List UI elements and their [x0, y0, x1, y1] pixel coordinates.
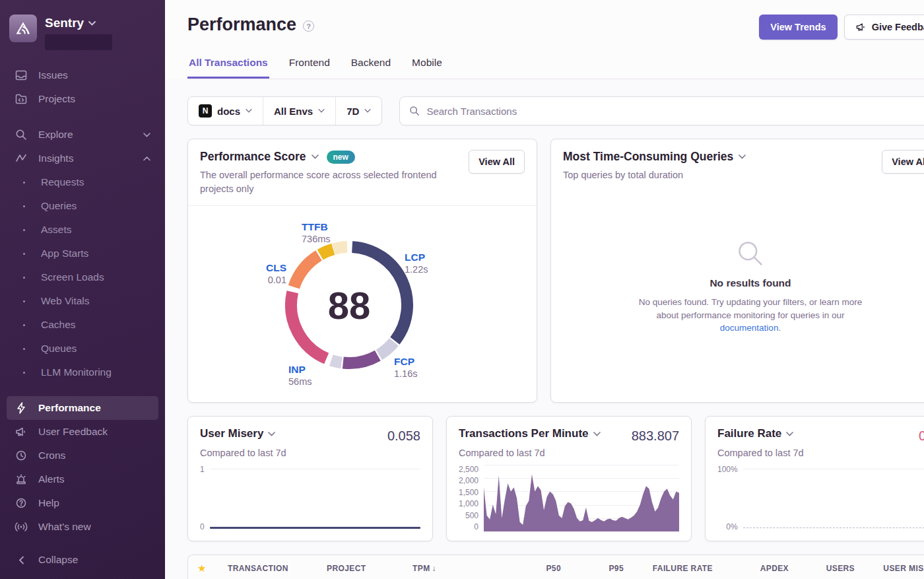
- project-selector[interactable]: N docs: [188, 97, 263, 125]
- tpm-chart: 2,5002,0001,5001,0005000: [459, 465, 679, 531]
- bullet-icon: [17, 372, 30, 374]
- column-apdex[interactable]: APDEX: [713, 564, 789, 573]
- tab-all-transactions[interactable]: All Transactions: [187, 57, 269, 79]
- give-feedback-label: Give Feedback: [872, 22, 924, 32]
- date-range-label: 7D: [346, 106, 359, 117]
- sidebar-item-label: Collapse: [38, 554, 78, 566]
- empty-state: No results found No queries found. Try u…: [551, 191, 924, 402]
- sidebar-item-whats-new[interactable]: What's new: [7, 515, 158, 539]
- column-tpm-sorted[interactable]: TPM↓: [412, 564, 485, 573]
- failure-rate-title-dropdown[interactable]: Failure Rate: [717, 427, 793, 440]
- sidebar-item-projects[interactable]: Projects: [7, 87, 158, 111]
- environment-selector[interactable]: All Envs: [263, 97, 335, 125]
- siren-icon: [15, 473, 28, 485]
- documentation-link[interactable]: documentation: [720, 323, 779, 333]
- sidebar-item-issues[interactable]: Issues: [7, 63, 158, 87]
- tab-backend[interactable]: Backend: [350, 57, 392, 79]
- sidebar-item-insights[interactable]: Insights: [7, 147, 158, 170]
- sidebar-item-web-vitals[interactable]: Web Vitals: [7, 289, 158, 313]
- sidebar-item-screen-loads[interactable]: Screen Loads: [7, 265, 158, 289]
- page-filter-bar: N docs All Envs 7D: [187, 96, 382, 125]
- megaphone-icon: [855, 22, 867, 32]
- megaphone-icon: [15, 426, 28, 438]
- queries-title-dropdown[interactable]: Most Time-Consuming Queries: [563, 150, 746, 164]
- star-column-icon[interactable]: ★: [197, 562, 228, 574]
- tab-mobile[interactable]: Mobile: [411, 57, 444, 79]
- sidebar-item-label: Alerts: [38, 473, 65, 485]
- sidebar-nav: Issues Projects Explore Insights Request…: [0, 57, 165, 572]
- bullet-icon: [17, 229, 30, 231]
- sidebar-item-label: Projects: [38, 93, 75, 105]
- view-trends-button[interactable]: View Trends: [759, 15, 837, 40]
- column-p95[interactable]: P95: [561, 564, 624, 573]
- bullet-icon: [17, 300, 30, 302]
- lightning-icon: [15, 402, 28, 414]
- user-misery-title-dropdown[interactable]: User Misery: [200, 427, 275, 440]
- vital-label-inp: INP 56ms: [288, 363, 312, 388]
- sidebar-item-crons[interactable]: Crons: [7, 444, 158, 467]
- sidebar-item-queues[interactable]: Queues: [7, 337, 158, 360]
- org-subtitle-redacted: [45, 34, 112, 50]
- card-description: Top queries by total duration: [563, 168, 746, 182]
- empty-state-body: No queries found. Try updating your filt…: [632, 296, 869, 335]
- sidebar-item-user-feedback[interactable]: User Feedback: [7, 420, 158, 444]
- chevron-left-icon: [15, 556, 28, 564]
- new-badge: new: [327, 151, 355, 164]
- performance-score-card: Performance Score new The overall perfor…: [187, 139, 537, 403]
- sidebar-item-label: Web Vitals: [41, 295, 90, 307]
- search-transactions-box: [399, 96, 924, 125]
- date-range-selector[interactable]: 7D: [335, 97, 381, 125]
- sidebar-collapse-button[interactable]: Collapse: [7, 548, 158, 572]
- column-users[interactable]: USERS: [789, 564, 855, 573]
- column-user-misery[interactable]: USER MISERY: [855, 564, 924, 573]
- performance-score-title-dropdown[interactable]: Performance Score new: [200, 150, 438, 164]
- column-failure-rate[interactable]: FAILURE RATE: [624, 564, 713, 573]
- sidebar-item-alerts[interactable]: Alerts: [7, 467, 158, 491]
- performance-score-value: 88: [279, 235, 419, 375]
- sidebar-item-assets[interactable]: Assets: [7, 218, 158, 242]
- performance-score-ring-chart: 88 TTFB 736ms LCP 1.22s CLS 0.01 INP: [188, 205, 537, 402]
- sidebar-item-help[interactable]: Help: [7, 491, 158, 515]
- projects-icon: [15, 93, 28, 105]
- sidebar-item-performance[interactable]: Performance: [7, 396, 158, 420]
- tpm-title-dropdown[interactable]: Transactions Per Minute: [459, 427, 601, 440]
- bullet-icon: [17, 324, 30, 326]
- sidebar-item-queries[interactable]: Queries: [7, 194, 158, 218]
- bullet-icon: [17, 348, 30, 350]
- sidebar-item-label: Screen Loads: [41, 271, 104, 283]
- transactions-per-minute-card: Transactions Per Minute 883.807 Compared…: [446, 416, 692, 541]
- column-p50[interactable]: P50: [485, 564, 561, 573]
- view-all-button[interactable]: View All: [882, 150, 924, 174]
- comparison-label: Compared to last 7d: [459, 448, 679, 458]
- failure-rate-value: 0%: [919, 427, 924, 444]
- sidebar-item-label: Explore: [38, 129, 73, 141]
- column-project[interactable]: PROJECT: [327, 564, 412, 573]
- give-feedback-button[interactable]: Give Feedback: [844, 15, 924, 40]
- sidebar-item-llm-monitoring[interactable]: LLM Monitoring: [7, 360, 158, 384]
- bullet-icon: [17, 182, 30, 184]
- column-transaction[interactable]: TRANSACTION: [228, 564, 327, 573]
- chevron-down-icon: [786, 432, 793, 436]
- tab-frontend[interactable]: Frontend: [288, 57, 331, 79]
- search-transactions-input[interactable]: [426, 106, 924, 117]
- sidebar-item-label: Performance: [38, 402, 101, 414]
- view-all-button[interactable]: View All: [469, 150, 525, 174]
- comparison-label: Compared to last 7d: [717, 448, 924, 458]
- vital-label-cls: CLS 0.01: [250, 261, 286, 287]
- empty-state-title: No results found: [710, 277, 791, 289]
- vital-label-ttfb: TTFB 736ms: [302, 221, 331, 246]
- sidebar-item-label: App Starts: [41, 248, 88, 259]
- chevron-up-icon: [143, 156, 150, 161]
- chevron-down-icon: [593, 432, 601, 436]
- sidebar-item-explore[interactable]: Explore: [7, 123, 158, 147]
- help-tooltip-icon[interactable]: ?: [303, 20, 314, 32]
- sidebar-item-requests[interactable]: Requests: [7, 170, 158, 194]
- sidebar-item-caches[interactable]: Caches: [7, 313, 158, 337]
- bullet-icon: [17, 277, 30, 279]
- search-icon: [409, 106, 420, 116]
- chevron-down-icon: [312, 154, 319, 159]
- org-switcher[interactable]: Sentry: [0, 9, 165, 57]
- sidebar-item-app-starts[interactable]: App Starts: [7, 242, 158, 265]
- sidebar-item-label: User Feedback: [38, 426, 108, 438]
- sidebar-item-label: Help: [38, 497, 59, 509]
